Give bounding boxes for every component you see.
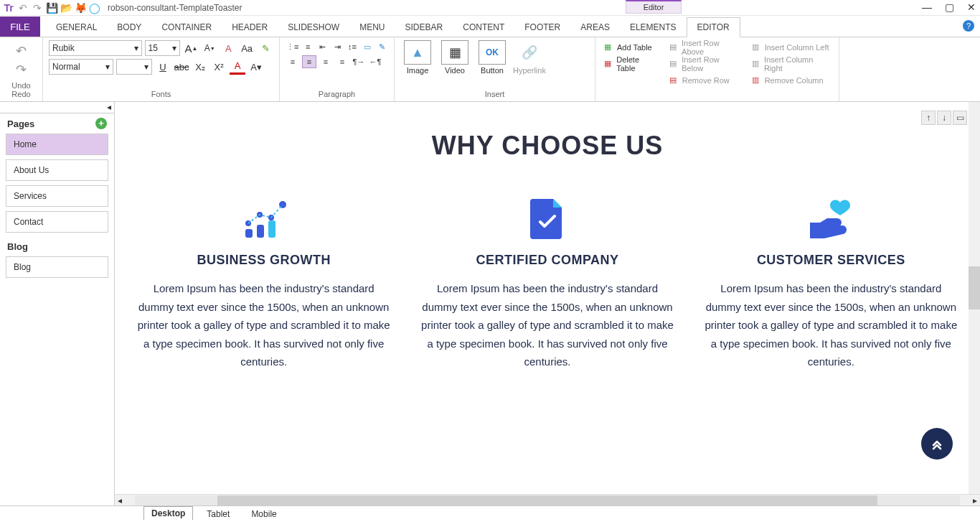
pen-icon[interactable]: ✎ bbox=[375, 40, 388, 53]
insert-col-right-button[interactable]: ▥Insert Column Right bbox=[749, 57, 833, 71]
tab-footer[interactable]: FOOTER bbox=[514, 18, 570, 37]
move-down-button[interactable]: ↓ bbox=[937, 111, 951, 125]
column-title[interactable]: CUSTOMER SERVICES bbox=[697, 253, 966, 268]
insert-image-button[interactable]: ▲ Image bbox=[400, 40, 435, 75]
tab-editor[interactable]: EDITOR bbox=[687, 17, 740, 37]
svg-rect-4 bbox=[245, 229, 253, 238]
save-icon[interactable]: 💾 bbox=[46, 2, 57, 14]
sidebar-blog-item[interactable]: Blog bbox=[6, 256, 108, 278]
font-family-select[interactable]: Rubik▾ bbox=[49, 40, 142, 56]
redo-button[interactable]: ↷ bbox=[16, 62, 27, 78]
tab-elements[interactable]: ELEMENTS bbox=[620, 18, 687, 37]
tab-general[interactable]: GENERAL bbox=[46, 18, 107, 37]
tab-sidebar[interactable]: SIDEBAR bbox=[395, 18, 453, 37]
help-icon[interactable]: ? bbox=[963, 20, 974, 32]
column-title[interactable]: CERTIFIED COMPANY bbox=[413, 253, 682, 268]
font-size-select[interactable]: 15▾ bbox=[145, 40, 181, 56]
column-text[interactable]: Lorem Ipsum has been the industry's stan… bbox=[413, 279, 682, 371]
redo-icon[interactable]: ↷ bbox=[32, 2, 43, 14]
group-label: Fonts bbox=[49, 90, 273, 98]
horizontal-scrollbar[interactable]: ◂▸ bbox=[115, 494, 980, 505]
sidebar-page-contact[interactable]: Contact bbox=[6, 211, 108, 233]
change-case-icon[interactable]: Aa bbox=[239, 40, 255, 56]
editor-context-badge: Editor bbox=[626, 0, 682, 14]
firefox-icon[interactable]: 🦊 bbox=[75, 2, 86, 14]
maximize-button[interactable]: ▢ bbox=[945, 1, 954, 13]
app-icon: Tr bbox=[3, 2, 14, 14]
grow-font-icon[interactable]: A▲ bbox=[183, 40, 199, 56]
tab-content[interactable]: CONTENT bbox=[453, 18, 514, 37]
tab-slideshow[interactable]: SLIDESHOW bbox=[278, 18, 349, 37]
undo-icon[interactable]: ↶ bbox=[17, 2, 29, 14]
outdent-icon[interactable]: ⇤ bbox=[316, 40, 329, 53]
insert-button-button[interactable]: OK Button bbox=[475, 40, 509, 75]
column-text[interactable]: Lorem Ipsum has been the industry's stan… bbox=[129, 279, 398, 371]
column-1[interactable]: BUSINESS GROWTH Lorem Ipsum has been the… bbox=[129, 197, 398, 371]
remove-row-button[interactable]: ▤Remove Row bbox=[666, 73, 743, 88]
indent-icon[interactable]: ⇥ bbox=[331, 40, 344, 53]
line-spacing-icon[interactable]: ↕≡ bbox=[346, 40, 359, 53]
insert-hyperlink-button[interactable]: 🔗 Hyperlink bbox=[512, 40, 547, 75]
hand-heart-icon bbox=[697, 197, 966, 240]
tab-header[interactable]: HEADER bbox=[222, 18, 278, 37]
browser-icon[interactable]: ◯ bbox=[89, 2, 100, 14]
section-heading[interactable]: WHY CHOOSE US bbox=[129, 131, 966, 161]
minimize-button[interactable]: — bbox=[922, 1, 932, 13]
style-select[interactable]: Normal▾ bbox=[49, 59, 113, 75]
align-right-icon[interactable]: ≡ bbox=[319, 55, 333, 68]
rtl-icon[interactable]: ¶→ bbox=[352, 55, 366, 68]
delete-section-button[interactable]: ▭ bbox=[953, 111, 967, 125]
ltr-icon[interactable]: ←¶ bbox=[368, 55, 382, 68]
justify-icon[interactable]: ≡ bbox=[335, 55, 349, 68]
undo-button[interactable]: ↶ bbox=[16, 43, 27, 59]
insert-row-below-button[interactable]: ▤Insert Row Below bbox=[666, 57, 743, 71]
insert-video-button[interactable]: ▦ Video bbox=[438, 40, 472, 75]
file-tab[interactable]: FILE bbox=[0, 17, 40, 37]
view-tablet[interactable]: Tablet bbox=[199, 507, 237, 521]
subscript-icon[interactable]: X₂ bbox=[192, 59, 208, 75]
border-icon[interactable]: ▭ bbox=[361, 40, 374, 53]
svg-rect-6 bbox=[268, 220, 275, 238]
tab-body[interactable]: BODY bbox=[107, 18, 151, 37]
typography-select[interactable]: ▾ bbox=[116, 59, 152, 75]
bullets-icon[interactable]: ⋮≡ bbox=[286, 40, 299, 53]
add-page-button[interactable]: + bbox=[95, 118, 107, 129]
underline-icon[interactable]: U bbox=[155, 59, 171, 75]
view-mobile[interactable]: Mobile bbox=[243, 507, 284, 521]
tab-menu[interactable]: MENU bbox=[349, 18, 395, 37]
canvas-area: ↑ ↓ ▭ WHY CHOOSE US BUSINESS GROWTH Lore… bbox=[115, 102, 980, 505]
open-icon[interactable]: 📂 bbox=[60, 2, 72, 14]
sidebar-page-about[interactable]: About Us bbox=[6, 159, 108, 181]
scroll-to-top-button[interactable] bbox=[921, 428, 953, 460]
shrink-font-icon[interactable]: A▼ bbox=[202, 40, 217, 56]
superscript-icon[interactable]: X² bbox=[211, 59, 227, 75]
sidebar-collapse-button[interactable]: ◂ bbox=[0, 102, 114, 113]
insert-col-left-button[interactable]: ▥Insert Column Left bbox=[749, 40, 833, 55]
delete-table-button[interactable]: ▦Delete Table bbox=[601, 57, 661, 71]
sidebar-page-services[interactable]: Services bbox=[6, 185, 108, 207]
video-icon: ▦ bbox=[441, 40, 468, 65]
strike-icon[interactable]: abc bbox=[174, 59, 189, 75]
add-table-button[interactable]: ▦Add Table bbox=[601, 40, 661, 55]
clear-format-icon[interactable]: A bbox=[220, 40, 236, 56]
sidebar-page-home[interactable]: Home bbox=[6, 134, 108, 155]
insert-row-above-button[interactable]: ▤Insert Row Above bbox=[666, 40, 743, 55]
column-3[interactable]: CUSTOMER SERVICES Lorem Ipsum has been t… bbox=[697, 197, 966, 371]
font-color-icon[interactable]: A bbox=[230, 59, 245, 75]
remove-col-button[interactable]: ▥Remove Column bbox=[749, 73, 833, 88]
move-up-button[interactable]: ↑ bbox=[921, 111, 936, 125]
numbering-icon[interactable]: ≡ bbox=[301, 40, 314, 53]
tab-areas[interactable]: AREAS bbox=[570, 18, 620, 37]
highlight-icon[interactable]: ✎ bbox=[258, 40, 273, 56]
align-center-icon[interactable]: ≡ bbox=[302, 55, 316, 68]
canvas[interactable]: ↑ ↓ ▭ WHY CHOOSE US BUSINESS GROWTH Lore… bbox=[115, 102, 980, 494]
close-button[interactable]: ✕ bbox=[967, 1, 976, 13]
view-desktop[interactable]: Desktop bbox=[143, 506, 193, 520]
more-fonts-icon[interactable]: A▾ bbox=[248, 59, 264, 75]
column-text[interactable]: Lorem Ipsum has been the industry's stan… bbox=[697, 279, 966, 371]
column-title[interactable]: BUSINESS GROWTH bbox=[129, 253, 398, 268]
tab-container[interactable]: CONTAINER bbox=[151, 18, 222, 37]
column-2[interactable]: CERTIFIED COMPANY Lorem Ipsum has been t… bbox=[413, 197, 682, 371]
align-left-icon[interactable]: ≡ bbox=[286, 55, 300, 68]
vertical-scrollbar[interactable] bbox=[969, 102, 980, 494]
